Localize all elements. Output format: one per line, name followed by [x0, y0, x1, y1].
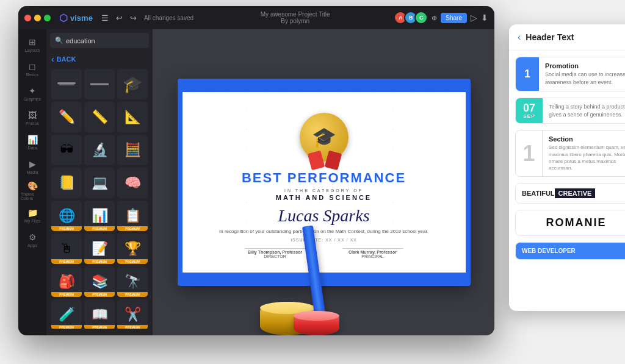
creative-right-text: CREATIVE	[555, 188, 596, 198]
panel-back-icon[interactable]: ‹	[518, 32, 521, 43]
sidebar-item-apps[interactable]: ⚙ Apps	[21, 228, 44, 251]
share-button[interactable]: Share	[441, 13, 467, 23]
avatar-group: A B C	[397, 11, 428, 24]
menu-icon[interactable]: ☰	[99, 12, 111, 24]
icon-cell-premium[interactable]: 📖	[84, 299, 115, 329]
decorative-objects	[260, 262, 364, 335]
myfiles-icon: 📁	[27, 208, 38, 218]
right-panel: ‹ Header Text 1 Promotion Social media c…	[509, 24, 625, 311]
cert-top-bar	[182, 84, 466, 92]
panel-header: ‹ Header Text	[509, 24, 625, 51]
icon-cell[interactable]	[51, 69, 82, 99]
icon-grid: 🎓 ✏️ 📏 📐 🕶 🔬	[46, 66, 153, 329]
promo-text: Social media can use to increase awarene…	[545, 71, 625, 86]
graphics-label: Graphics	[24, 97, 41, 101]
sep-month: SEP	[523, 113, 535, 119]
maximize-button[interactable]	[44, 15, 51, 21]
icon-cell-premium[interactable]: 📝	[84, 234, 115, 264]
graphics-icon: ✦	[29, 86, 36, 96]
cylinder-red	[294, 311, 339, 335]
icon-cell[interactable]: 🧠	[117, 168, 148, 198]
project-title: My awesome Project Title By polymn	[197, 11, 393, 24]
romanie-text: ROMANIE	[546, 216, 607, 229]
icon-bar: ⊞ Layouts ◻ Basics ✦ Graphics 🖼 Photos 📊…	[18, 29, 46, 335]
sep-number: 07	[523, 102, 535, 113]
basics-label: Basics	[26, 73, 39, 77]
theme-icon: 🎨	[27, 181, 38, 191]
sep-left: 07 SEP	[516, 98, 543, 123]
sidebar-item-myfiles[interactable]: 📁 My Files	[21, 204, 44, 227]
app-logo: ⬡ visme	[59, 12, 93, 24]
canvas-area: 🎓 BEST PERFORMANCE IN THE CATEGORY OF MA…	[153, 29, 494, 335]
icon-cell-premium[interactable]: 🔭	[117, 266, 148, 297]
sidebar-item-theme[interactable]: 🎨 Theme Colors	[21, 179, 44, 202]
search-icon: 🔍	[55, 37, 63, 45]
icon-cell[interactable]	[84, 69, 115, 99]
laptop-shell: ⬡ visme ☰ ↩ ↪ All changes saved My aweso…	[18, 6, 494, 335]
sidebar-item-photos[interactable]: 🖼 Photos	[21, 106, 44, 129]
icon-cell[interactable]: 📐	[117, 102, 148, 132]
media-icon: ▶	[29, 159, 36, 169]
visme-icon: ⬡	[59, 12, 68, 24]
section-heading: Section	[549, 135, 625, 143]
search-box: 🔍 ✕	[50, 33, 149, 48]
add-collaborator-icon[interactable]: ⊕	[432, 14, 437, 22]
creative-left-text: BEATIFUL	[522, 190, 555, 197]
myfiles-label: My Files	[24, 219, 40, 223]
icon-cell-premium[interactable]: 🏆	[117, 234, 148, 264]
sidebar-item-layouts[interactable]: ⊞ Layouts	[21, 33, 44, 56]
icon-cell-premium[interactable]: 📊	[84, 201, 115, 231]
icon-cell[interactable]: 📒	[51, 168, 82, 198]
section-content: Section Sed dignissim elementum quam, ve…	[543, 130, 625, 176]
sidebar-item-media[interactable]: ▶ Media	[21, 155, 44, 178]
back-button[interactable]: BACK	[46, 52, 153, 66]
section-card[interactable]: 1 Section Sed dignissim elementum quam, …	[515, 130, 625, 177]
present-icon[interactable]: ▷	[471, 13, 477, 23]
icon-cell[interactable]: 🔬	[84, 135, 115, 165]
icon-cell[interactable]: 🎓	[117, 69, 148, 99]
search-panel: 🔍 ✕ BACK 🎓 ✏️	[46, 29, 153, 335]
section-text: Sed dignissim elementum quam, vel maximu…	[549, 144, 625, 171]
icon-cell[interactable]: 📏	[84, 102, 115, 132]
icon-cell-premium[interactable]: 🖱	[51, 234, 82, 264]
minimize-button[interactable]	[34, 15, 41, 21]
toolbar-right: A B C ⊕ Share ▷ ⬇	[397, 11, 488, 24]
icon-cell[interactable]: 🧮	[117, 135, 148, 165]
icon-cell-premium[interactable]: 🌐	[51, 201, 82, 231]
download-icon[interactable]: ⬇	[481, 13, 488, 23]
basics-icon: ◻	[29, 62, 36, 71]
app-name: visme	[70, 13, 93, 23]
creative-card[interactable]: BEATIFUL CREATIVE	[515, 183, 625, 204]
promo-heading: Promotion	[545, 62, 625, 70]
icon-cell-premium[interactable]: 📋	[117, 201, 148, 231]
section-number: 1	[516, 130, 543, 176]
webdev-text: WEB DEVELOPER	[522, 248, 576, 254]
icon-cell-premium[interactable]: 🧪	[51, 299, 82, 329]
promo-card[interactable]: 1 Promotion Social media can use to incr…	[515, 57, 625, 91]
icon-cell[interactable]: 🕶	[51, 135, 82, 165]
icon-cell-premium[interactable]: ✂️	[117, 299, 148, 329]
icon-cell-premium[interactable]: 🎒	[51, 266, 82, 297]
apps-icon: ⚙	[29, 232, 37, 242]
apps-label: Apps	[27, 243, 37, 248]
media-label: Media	[26, 170, 38, 174]
sep-card[interactable]: 07 SEP Telling a story behind a product …	[515, 98, 625, 124]
traffic-lights	[24, 15, 51, 21]
icon-cell[interactable]: ✏️	[51, 102, 82, 132]
icon-cell[interactable]: 💻	[84, 168, 115, 198]
search-input[interactable]	[66, 37, 150, 45]
romanie-card[interactable]: ROMANIE	[515, 210, 625, 236]
data-icon: 📊	[27, 135, 38, 145]
icon-cell-premium[interactable]: 📚	[84, 266, 115, 297]
app-body: ⊞ Layouts ◻ Basics ✦ Graphics 🖼 Photos 📊…	[18, 29, 494, 335]
webdev-card[interactable]: WEB DEVELOPER	[515, 242, 625, 260]
undo-icon[interactable]: ↩	[114, 12, 125, 24]
sep-content: Telling a story behind a product gives a…	[543, 98, 625, 123]
sidebar-item-data[interactable]: 📊 Data	[21, 130, 44, 154]
promo-content: Promotion Social media can use to increa…	[539, 57, 625, 91]
sidebar-item-basics[interactable]: ◻ Basics	[21, 57, 44, 80]
redo-icon[interactable]: ↪	[128, 12, 139, 24]
medal: 🎓	[300, 113, 349, 162]
sidebar-item-graphics[interactable]: ✦ Graphics	[21, 82, 44, 105]
close-button[interactable]	[24, 15, 31, 21]
